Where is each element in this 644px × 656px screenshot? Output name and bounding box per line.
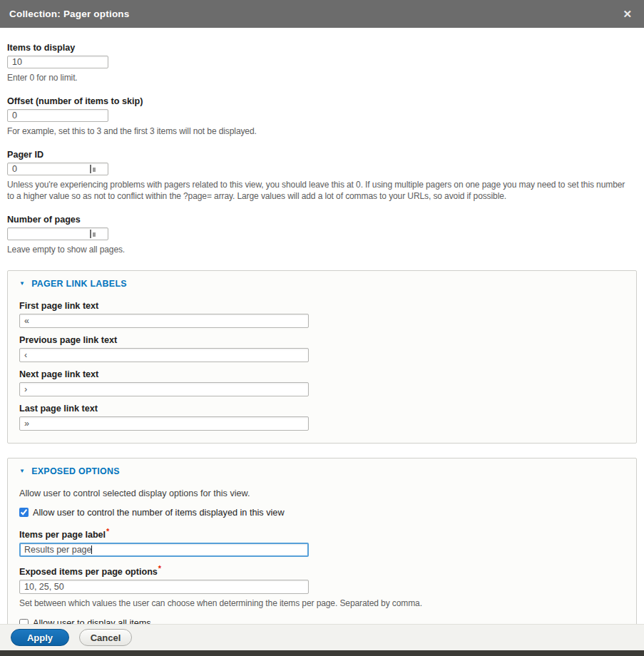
legend-text: EXPOSED OPTIONS xyxy=(31,466,120,476)
offset-label: Offset (number of items to skip) xyxy=(7,96,637,106)
legend-text: PAGER LINK LABELS xyxy=(31,279,127,289)
cancel-button[interactable]: Cancel xyxy=(79,629,132,646)
exposed-items-options-input[interactable] xyxy=(19,580,309,594)
control-items-checkbox-row: Allow user to control the number of item… xyxy=(19,508,625,518)
exposed-items-options-field: Exposed items per page options* Set betw… xyxy=(19,564,625,610)
items-to-display-field: Items to display Enter 0 for no limit. xyxy=(7,43,637,84)
items-to-display-label: Items to display xyxy=(7,43,637,53)
last-page-link-label: Last page link text xyxy=(19,404,625,414)
collapse-arrow-icon: ▼ xyxy=(19,281,25,287)
last-page-link-field: Last page link text xyxy=(19,404,625,431)
dialog-content: Items to display Enter 0 for no limit. O… xyxy=(0,28,644,624)
next-page-link-label: Next page link text xyxy=(19,369,625,379)
close-icon[interactable]: ✕ xyxy=(620,7,635,21)
next-page-link-field: Next page link text xyxy=(19,369,625,396)
offset-input[interactable] xyxy=(7,109,108,122)
items-per-page-label-field: Items per page label* xyxy=(19,527,625,557)
items-per-page-label-text: Items per page label xyxy=(19,530,106,540)
pager-link-labels-legend[interactable]: ▼ PAGER LINK LABELS xyxy=(19,279,625,289)
first-page-link-input[interactable] xyxy=(19,314,309,328)
pager-id-field: Pager ID Unless you're experiencing prob… xyxy=(7,150,637,203)
items-per-page-label-input[interactable] xyxy=(19,543,309,557)
dialog-titlebar: Collection: Pager options ✕ xyxy=(0,0,644,28)
first-page-link-field: First page link text xyxy=(19,301,625,328)
page-bottom-bar xyxy=(0,650,644,656)
previous-page-link-input[interactable] xyxy=(19,348,309,362)
exposed-items-options-description: Set between which values the user can ch… xyxy=(19,598,625,610)
number-spinner-icon[interactable] xyxy=(90,230,96,238)
number-spinner-icon[interactable] xyxy=(90,165,96,173)
display-all-checkbox-label: Allow user to display all items xyxy=(33,618,151,624)
apply-button[interactable]: Apply xyxy=(11,629,69,646)
pager-id-label: Pager ID xyxy=(7,150,637,160)
pager-link-labels-fieldset: ▼ PAGER LINK LABELS First page link text… xyxy=(7,270,637,444)
number-of-pages-field: Number of pages Leave empty to show all … xyxy=(7,215,637,256)
items-to-display-description: Enter 0 for no limit. xyxy=(7,72,633,84)
control-items-checkbox-label: Allow user to control the number of item… xyxy=(33,508,285,518)
last-page-link-input[interactable] xyxy=(19,416,309,431)
first-page-link-label: First page link text xyxy=(19,301,625,311)
collapse-arrow-icon: ▼ xyxy=(19,468,25,474)
exposed-options-fieldset: ▼ EXPOSED OPTIONS Allow user to control … xyxy=(7,458,637,624)
offset-field: Offset (number of items to skip) For exa… xyxy=(7,96,637,138)
dialog-button-pane: Apply Cancel xyxy=(0,624,644,650)
required-marker: * xyxy=(106,527,109,535)
previous-page-link-label: Previous page link text xyxy=(19,335,625,345)
offset-description: For example, set this to 3 and the first… xyxy=(7,125,633,138)
exposed-options-description: Allow user to control selected display o… xyxy=(19,488,625,498)
display-all-checkbox-row: Allow user to display all items xyxy=(19,618,625,624)
next-page-link-input[interactable] xyxy=(19,382,309,396)
control-items-checkbox[interactable] xyxy=(19,508,29,517)
exposed-options-legend[interactable]: ▼ EXPOSED OPTIONS xyxy=(19,466,625,476)
number-of-pages-description: Leave empty to show all pages. xyxy=(7,244,633,256)
pager-id-description: Unless you're experiencing problems with… xyxy=(7,179,633,203)
exposed-items-options-label-text: Exposed items per page options xyxy=(19,567,158,577)
dialog-title: Collection: Pager options xyxy=(9,9,130,19)
display-all-checkbox[interactable] xyxy=(19,619,29,624)
items-to-display-input[interactable] xyxy=(7,56,108,68)
text-cursor xyxy=(91,545,92,554)
previous-page-link-field: Previous page link text xyxy=(19,335,625,362)
required-marker: * xyxy=(158,564,161,573)
number-of-pages-label: Number of pages xyxy=(7,215,637,225)
